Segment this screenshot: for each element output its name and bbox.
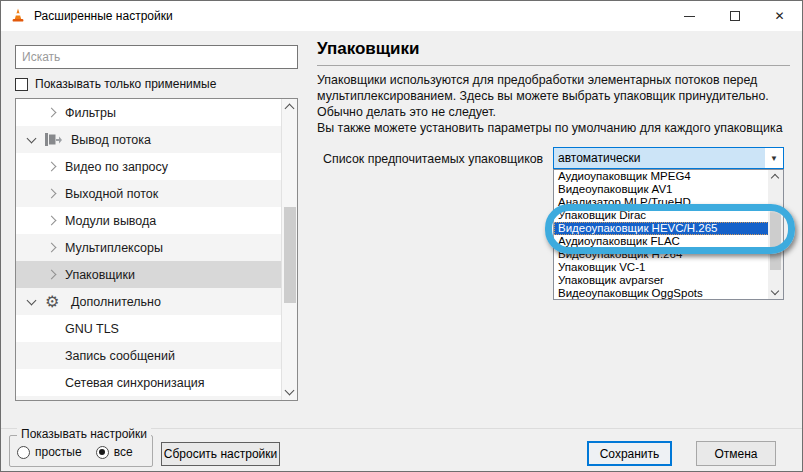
preferences-tree: Фильтры Вывод потока Видео по запросу Вы…	[15, 98, 298, 401]
maximize-icon	[730, 11, 740, 21]
combobox-value: автоматически	[554, 148, 765, 168]
close-icon: ✕	[774, 9, 784, 23]
save-button[interactable]: Сохранить	[587, 441, 672, 466]
radio-circle-icon[interactable]	[17, 446, 30, 459]
packetizer-dropdown-list: Аудиоупаковщик MPEG4 Видеоупаковщик AV1 …	[553, 169, 784, 300]
chevron-right-icon	[47, 216, 57, 226]
title-bar: Расширенные настройки ✕	[1, 1, 802, 31]
tree-item-label: Фильтры	[65, 106, 116, 120]
show-only-applicable-row[interactable]: Показывать только применимые	[15, 77, 216, 91]
dropdown-scrollbar[interactable]	[768, 170, 783, 299]
chevron-down-icon	[27, 295, 37, 305]
tree-item-output-modules[interactable]: Модули вывода	[16, 207, 297, 234]
dropdown-option[interactable]: Упаковщик avparser	[554, 274, 783, 287]
maximize-button[interactable]	[712, 1, 757, 31]
cancel-button[interactable]: Отмена	[696, 441, 776, 466]
tree-item-label: Запись сообщений	[65, 349, 175, 363]
radio-all-label: все	[114, 445, 133, 459]
scroll-down-icon[interactable]	[285, 386, 295, 396]
page-title: Упаковщики	[317, 39, 420, 59]
reset-settings-button[interactable]: Сбросить настройки	[161, 442, 280, 466]
preferred-packetizers-label: Список предпочитаемых упаковщиков	[323, 152, 543, 166]
search-input[interactable]	[15, 45, 298, 69]
chevron-right-icon	[47, 243, 57, 253]
gear-icon: ⚙	[45, 294, 62, 310]
dropdown-scroll-thumb[interactable]	[770, 208, 781, 270]
chevron-right-icon	[47, 189, 57, 199]
radio-simple[interactable]: простые	[17, 445, 82, 459]
tree-item-filters[interactable]: Фильтры	[16, 99, 297, 126]
tree-item-label: Упаковщики	[65, 268, 135, 282]
stream-output-icon	[45, 133, 62, 146]
dropdown-option[interactable]: Видеоупаковщик OggSpots	[554, 287, 783, 300]
tree-scroll-thumb[interactable]	[284, 207, 296, 303]
scroll-up-icon[interactable]	[771, 174, 779, 182]
dropdown-option[interactable]: Аудиоупаковщик FLAC	[554, 235, 783, 248]
tree-item-netsync[interactable]: Сетевая синхронизация	[16, 369, 297, 396]
tree-item-packetizers[interactable]: Упаковщики	[16, 261, 297, 288]
chevron-right-icon	[47, 108, 57, 118]
close-button[interactable]: ✕	[757, 1, 802, 31]
tree-item-sout-stream[interactable]: Выходной поток	[16, 180, 297, 207]
tree-scrollbar[interactable]	[281, 99, 297, 400]
dropdown-option[interactable]: Упаковщик VC-1	[554, 261, 783, 274]
packetizer-combobox[interactable]: автоматически ▼	[553, 147, 784, 169]
dropdown-option[interactable]: Упаковщик Dirac	[554, 209, 783, 222]
minimize-button[interactable]	[667, 1, 712, 31]
radio-simple-label: простые	[35, 445, 82, 459]
section-description: Упаковщики используются для предобработк…	[317, 72, 791, 136]
description-line: Вы также можете установить параметры по …	[317, 120, 791, 136]
heading-divider	[317, 65, 790, 66]
scroll-up-icon[interactable]	[285, 104, 295, 114]
tree-item-logger[interactable]: Запись сообщений	[16, 342, 297, 369]
tree-item-label: Видео по запросу	[65, 160, 168, 174]
radio-all[interactable]: все	[96, 445, 133, 459]
vlc-cone-icon	[10, 8, 26, 24]
dropdown-option[interactable]: Видеоупаковщик H.264	[554, 248, 783, 261]
tree-item-label: Модули вывода	[65, 214, 156, 228]
tree-item-label: Вывод потока	[71, 133, 151, 147]
scroll-down-icon[interactable]	[771, 287, 779, 295]
tree-item-gnutls[interactable]: GNU TLS	[16, 315, 297, 342]
tree-item-label: Дополнительно	[71, 295, 161, 309]
tree-item-label: Сетевая синхронизация	[65, 376, 205, 390]
radio-circle-icon[interactable]	[96, 446, 109, 459]
tree-item-label: Мультиплексоры	[65, 241, 163, 255]
applicable-checkbox-label: Показывать только применимые	[35, 77, 216, 91]
show-settings-label: Показывать настройки	[17, 427, 151, 441]
tree-item-vod[interactable]: Видео по запросу	[16, 153, 297, 180]
chevron-right-icon	[47, 162, 57, 172]
chevron-down-icon	[27, 133, 37, 143]
minimize-icon	[684, 16, 695, 17]
tree-item-interface[interactable]: Интерфейс	[16, 396, 297, 401]
applicable-checkbox[interactable]	[15, 78, 28, 91]
advanced-preferences-window: Расширенные настройки ✕ Показывать тольк…	[0, 0, 803, 472]
description-line: Упаковщики используются для предобработк…	[317, 72, 791, 120]
window-title: Расширенные настройки	[34, 9, 173, 23]
dropdown-option[interactable]: Анализатор MLP/TrueHD	[554, 196, 783, 209]
dropdown-option[interactable]: Аудиоупаковщик MPEG4	[554, 170, 783, 183]
tree-item-label: Выходной поток	[65, 187, 158, 201]
chevron-right-icon	[47, 270, 57, 280]
tree-item-advanced[interactable]: ⚙ Дополнительно	[16, 288, 297, 315]
dropdown-option[interactable]: Видеоупаковщик AV1	[554, 183, 783, 196]
chevron-down-icon[interactable]: ▼	[765, 148, 783, 168]
tree-item-label: GNU TLS	[65, 322, 119, 336]
tree-item-muxers[interactable]: Мультиплексоры	[16, 234, 297, 261]
dropdown-option-selected[interactable]: Видеоупаковщик HEVC/H.265	[554, 222, 783, 235]
tree-item-stream-output[interactable]: Вывод потока	[16, 126, 297, 153]
